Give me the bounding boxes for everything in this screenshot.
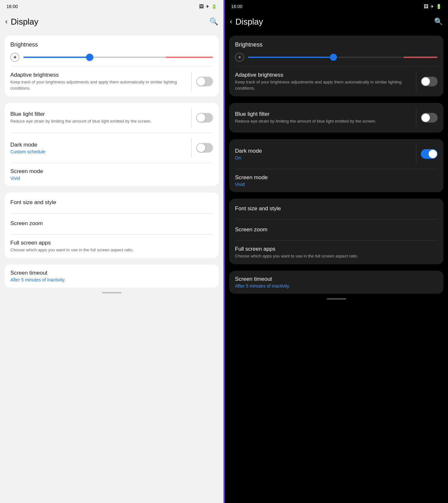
status-icons-light: 🖼 ✈ 🔋 xyxy=(199,4,217,9)
spacer2a-dark xyxy=(225,135,448,137)
screen-timeout-sub-dark: After 5 minutes of inactivity. xyxy=(235,283,434,289)
scroll-wrap-dark xyxy=(225,296,448,301)
blue-light-toggle-light[interactable] xyxy=(196,113,213,123)
darkmode-card-dark: Dark mode On Screen mode Vivid xyxy=(229,139,443,192)
screen-timeout-item-dark[interactable]: Screen timeout After 5 minutes of inacti… xyxy=(229,271,443,294)
spacer1-dark xyxy=(225,98,448,101)
font-size-title-light: Font size and style xyxy=(10,199,210,206)
slider-thumb-light[interactable] xyxy=(86,54,93,61)
adaptive-brightness-text-light: Adaptive brightness Keep track of your b… xyxy=(10,72,191,91)
screen-zoom-text-dark: Screen zoom xyxy=(235,226,438,234)
vdivider-bluelight-dark xyxy=(416,108,416,127)
font-size-item-light[interactable]: Font size and style xyxy=(5,192,219,213)
screen-mode-title-light: Screen mode xyxy=(10,168,210,175)
airplane-icon-dark: ✈ xyxy=(430,4,434,9)
toggle-knob-darkmode-light xyxy=(197,144,205,152)
display-options-card-light: Blue light filter Reduce eye strain by l… xyxy=(5,103,219,186)
dark-mode-text-dark: Dark mode On xyxy=(235,148,416,160)
light-panel: 16:00 🖼 ✈ 🔋 ‹ Display 🔍 Brightness ☀ xyxy=(0,0,224,503)
content-dark: Brightness ☀ Adaptive brightness Keep tr… xyxy=(225,32,448,503)
blue-light-toggle-dark[interactable] xyxy=(421,113,438,123)
dark-mode-title-dark: Dark mode xyxy=(235,148,413,154)
search-button-light[interactable]: 🔍 xyxy=(209,17,218,26)
spacer4-dark xyxy=(225,266,448,269)
blue-light-item-dark[interactable]: Blue light filter Reduce eye strain by l… xyxy=(229,103,443,133)
blue-light-title-light: Blue light filter xyxy=(10,111,188,117)
adaptive-brightness-toggle-dark[interactable] xyxy=(421,77,438,86)
airplane-icon-light: ✈ xyxy=(206,4,209,9)
vdivider-adaptive-dark xyxy=(416,72,416,91)
dark-mode-text-light: Dark mode Custom schedule xyxy=(10,142,191,154)
adaptive-brightness-toggle-light[interactable] xyxy=(196,77,213,86)
back-button-dark[interactable]: ‹ xyxy=(230,17,232,26)
screen-timeout-item-light[interactable]: Screen timeout After 5 minutes of inacti… xyxy=(5,265,219,288)
content-light: Brightness ☀ Adaptive brightness Keep tr… xyxy=(0,32,223,503)
search-button-dark[interactable]: 🔍 xyxy=(434,17,443,26)
font-size-item-dark[interactable]: Font size and style xyxy=(229,199,443,219)
full-screen-text-dark: Full screen apps Choose which apps you w… xyxy=(235,246,438,259)
adaptive-brightness-title-dark: Adaptive brightness xyxy=(235,72,413,78)
blue-light-text-dark: Blue light filter Reduce eye strain by l… xyxy=(235,111,416,124)
brightness-slider-dark[interactable] xyxy=(248,57,438,58)
dark-mode-toggle-light[interactable] xyxy=(196,143,213,153)
brightness-section-dark: Brightness ☀ xyxy=(229,36,443,66)
blue-light-desc-light: Reduce eye strain by limiting the amount… xyxy=(10,118,188,124)
spacer3-light xyxy=(0,260,223,263)
toggle-knob-adaptive-dark xyxy=(421,77,430,86)
image-icon-light: 🖼 xyxy=(199,4,204,9)
full-screen-item-dark[interactable]: Full screen apps Choose which apps you w… xyxy=(229,241,443,264)
scroll-wrap-light xyxy=(0,290,223,295)
spacer2-light xyxy=(0,188,223,191)
bluelight-card-dark: Blue light filter Reduce eye strain by l… xyxy=(229,103,443,133)
toggle-knob-bluelight-dark xyxy=(421,114,430,122)
header-left-dark: ‹ Display xyxy=(230,17,263,27)
brightness-row-dark: ☀ xyxy=(235,53,438,62)
image-icon-dark: 🖼 xyxy=(424,4,428,9)
blue-light-title-dark: Blue light filter xyxy=(235,111,413,117)
blue-light-item-light[interactable]: Blue light filter Reduce eye strain by l… xyxy=(5,103,219,133)
toggle-knob-bluelight-light xyxy=(197,114,205,122)
brightness-slider-light[interactable] xyxy=(23,57,213,58)
screen-timeout-title-light: Screen timeout xyxy=(10,270,210,276)
vdivider-darkmode-light xyxy=(191,138,192,158)
screen-zoom-title-dark: Screen zoom xyxy=(235,226,434,233)
font-size-text-light: Font size and style xyxy=(10,199,213,207)
screen-mode-item-dark[interactable]: Screen mode Vivid xyxy=(229,169,443,192)
screen-zoom-item-dark[interactable]: Screen zoom xyxy=(229,220,443,240)
scroll-indicator-dark xyxy=(327,298,346,300)
brightness-title-dark: Brightness xyxy=(235,41,438,48)
adaptive-brightness-title-light: Adaptive brightness xyxy=(10,72,188,78)
brightness-section-light: Brightness ☀ xyxy=(5,36,219,66)
dark-mode-sub-dark[interactable]: On xyxy=(235,155,413,160)
adaptive-brightness-desc-dark: Keep track of your brightness adjustment… xyxy=(235,79,413,91)
screen-zoom-text-light: Screen zoom xyxy=(10,220,213,228)
blue-light-text-light: Blue light filter Reduce eye strain by l… xyxy=(10,111,191,124)
screen-mode-text-dark: Screen mode Vivid xyxy=(235,174,438,187)
brightness-title-light: Brightness xyxy=(10,41,213,48)
dark-mode-toggle-dark[interactable] xyxy=(421,149,438,159)
vdivider-adaptive-light xyxy=(191,72,192,91)
adaptive-brightness-item-dark[interactable]: Adaptive brightness Keep track of your b… xyxy=(229,67,443,96)
dark-mode-sub-light[interactable]: Custom schedule xyxy=(10,149,188,154)
vdivider-bluelight-light xyxy=(191,108,192,127)
dark-mode-item-dark[interactable]: Dark mode On xyxy=(229,139,443,169)
adaptive-brightness-text-dark: Adaptive brightness Keep track of your b… xyxy=(235,72,416,91)
slider-thumb-dark[interactable] xyxy=(330,54,337,61)
screen-mode-item-light[interactable]: Screen mode Vivid xyxy=(5,163,219,186)
adaptive-brightness-item-light[interactable]: Adaptive brightness Keep track of your b… xyxy=(5,67,219,96)
status-bar-dark: 16:00 🖼 ✈ 🔋 xyxy=(225,0,448,12)
screen-timeout-title-dark: Screen timeout xyxy=(235,276,434,282)
header-left-light: ‹ Display xyxy=(5,17,39,27)
back-button-light[interactable]: ‹ xyxy=(5,17,7,26)
full-screen-item-light[interactable]: Full screen apps Choose which apps you w… xyxy=(5,235,219,258)
screen-mode-text-light: Screen mode Vivid xyxy=(10,168,213,181)
page-title-dark: Display xyxy=(235,17,263,27)
status-bar-light: 16:00 🖼 ✈ 🔋 xyxy=(0,0,223,12)
status-icons-dark: 🖼 ✈ 🔋 xyxy=(424,4,442,9)
battery-icon-light: 🔋 xyxy=(211,4,217,9)
dark-mode-item-light[interactable]: Dark mode Custom schedule xyxy=(5,133,219,163)
screen-zoom-item-light[interactable]: Screen zoom xyxy=(5,213,219,234)
full-screen-title-light: Full screen apps xyxy=(10,240,210,246)
adaptive-brightness-desc-light: Keep track of your brightness adjustment… xyxy=(10,79,188,91)
full-screen-title-dark: Full screen apps xyxy=(235,246,434,252)
